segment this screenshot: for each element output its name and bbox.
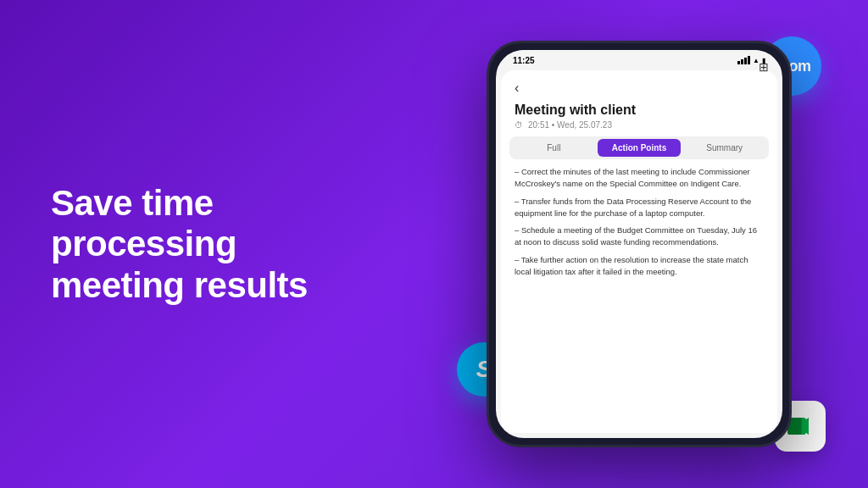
phone-mockup: zoom S 11:25: [444, 24, 834, 464]
app-content: ‹ ⊞ Meeting with client ⏱ 20:51 • Wed, 2…: [501, 70, 777, 433]
tab-summary[interactable]: Summary: [682, 139, 766, 157]
phone-screen: 11:25 ▲ ▮ ‹ ⊞: [496, 50, 782, 438]
action-item-3: – Schedule a meeting of the Budget Commi…: [515, 225, 764, 249]
back-button[interactable]: ‹: [515, 80, 764, 96]
hero-heading: Save time processing meeting results: [51, 183, 373, 306]
meeting-meta: ⏱ 20:51 • Wed, 25.07.23: [515, 120, 764, 130]
action-item-2: – Transfer funds from the Data Processin…: [515, 196, 764, 220]
tab-action-points[interactable]: Action Points: [598, 139, 682, 157]
app-header: ‹ ⊞ Meeting with client ⏱ 20:51 • Wed, 2…: [501, 70, 777, 136]
content-area: – Correct the minutes of the last meetin…: [501, 166, 777, 278]
action-item-1: – Correct the minutes of the last meetin…: [515, 166, 764, 191]
filter-icon[interactable]: ⊞: [759, 70, 769, 74]
status-bar: 11:25 ▲ ▮: [496, 50, 782, 70]
phone-device: 11:25 ▲ ▮ ‹ ⊞: [487, 41, 792, 447]
signal-icon: [737, 56, 750, 64]
tab-full[interactable]: Full: [512, 139, 596, 157]
status-time: 11:25: [513, 56, 535, 65]
action-item-4: – Take further action on the resolution …: [515, 254, 764, 279]
clock-icon: ⏱: [515, 120, 523, 130]
meeting-datetime: 20:51 • Wed, 25.07.23: [528, 120, 612, 130]
hero-section: Save time processing meeting results: [51, 183, 373, 306]
tab-bar: Full Action Points Summary: [509, 136, 769, 159]
meeting-title: Meeting with client: [515, 103, 764, 118]
